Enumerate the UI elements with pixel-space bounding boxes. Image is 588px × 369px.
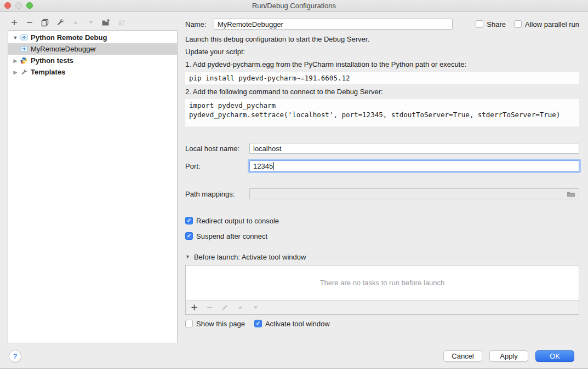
tree-item-label: Templates bbox=[31, 68, 65, 76]
cancel-button[interactable]: Cancel bbox=[443, 350, 482, 362]
sort-alphabetically-icon: a z bbox=[117, 18, 126, 27]
configurations-tree: ▼ Python Remote Debug bbox=[8, 30, 178, 343]
help-button[interactable]: ? bbox=[9, 350, 21, 362]
pip-install-code-block: pip install pydevd-pycharm~=191.6605.12 bbox=[185, 72, 579, 84]
run-debug-configurations-dialog: Run/Debug Configurations bbox=[0, 0, 588, 369]
intro-text: Launch this debug configuration to start… bbox=[185, 35, 579, 44]
dialog-buttons: Cancel Apply OK bbox=[185, 350, 574, 362]
dialog-body: a z ▼ Python Remote Debug bbox=[0, 12, 588, 368]
checkbox-unchecked-icon[interactable] bbox=[514, 20, 522, 28]
port-label: Port: bbox=[185, 162, 249, 170]
update-script-text: Update your script: bbox=[185, 48, 579, 56]
traffic-lights bbox=[4, 2, 33, 9]
minimize-button bbox=[15, 2, 22, 9]
name-input[interactable] bbox=[214, 19, 453, 30]
zoom-button[interactable] bbox=[26, 2, 33, 9]
new-folder-icon[interactable] bbox=[101, 18, 111, 27]
share-label: Share bbox=[487, 20, 506, 28]
share-checkbox[interactable]: Share bbox=[476, 20, 506, 28]
separator-line bbox=[311, 257, 579, 257]
title-bar: Run/Debug Configurations bbox=[0, 0, 588, 12]
expander-open-icon[interactable]: ▼ bbox=[12, 35, 19, 41]
tree-item-python-tests[interactable]: ▶ Python tests bbox=[8, 55, 177, 66]
help-area: ? bbox=[8, 343, 178, 368]
python-tests-icon bbox=[20, 57, 28, 65]
show-this-page-checkbox[interactable]: Show this page bbox=[185, 320, 245, 328]
tree-item-templates[interactable]: ▶ Templates bbox=[8, 66, 177, 78]
add-icon[interactable] bbox=[9, 18, 19, 27]
checkbox-unchecked-icon[interactable] bbox=[476, 20, 483, 28]
edit-defaults-wrench-icon[interactable] bbox=[55, 18, 65, 27]
add-task-icon[interactable] bbox=[190, 303, 199, 312]
left-pane: a z ▼ Python Remote Debug bbox=[8, 12, 178, 368]
before-launch-task-list: There are no tasks to run before launch bbox=[185, 265, 579, 315]
edit-task-pencil-icon bbox=[220, 303, 230, 312]
activate-tool-window-checkbox[interactable]: Activate tool window bbox=[254, 320, 330, 328]
path-mappings-label: Path mappings: bbox=[185, 190, 249, 198]
show-this-page-label: Show this page bbox=[196, 320, 245, 328]
svg-text:z: z bbox=[122, 22, 124, 26]
expander-closed-icon[interactable]: ▶ bbox=[12, 70, 19, 75]
path-mappings-input[interactable] bbox=[249, 188, 579, 199]
tree-item-myremotedebugger[interactable]: MyRemoteDebugger bbox=[8, 43, 177, 55]
close-button[interactable] bbox=[4, 2, 11, 9]
activate-tool-window-label: Activate tool window bbox=[265, 320, 330, 328]
allow-parallel-run-label: Allow parallel run bbox=[525, 20, 579, 28]
move-down-icon bbox=[86, 18, 95, 27]
remote-debug-config-icon bbox=[20, 45, 28, 53]
text-caret bbox=[273, 162, 274, 170]
templates-wrench-icon bbox=[20, 68, 28, 76]
remove-icon[interactable] bbox=[25, 18, 34, 27]
local-host-name-input[interactable] bbox=[249, 143, 579, 154]
port-input[interactable]: 12345 bbox=[249, 160, 579, 171]
task-list-toolbar bbox=[186, 301, 579, 314]
port-value: 12345 bbox=[253, 162, 273, 170]
expander-closed-icon[interactable]: ▶ bbox=[12, 58, 19, 64]
remove-task-icon bbox=[205, 303, 214, 312]
move-task-up-icon bbox=[236, 303, 245, 312]
move-up-icon bbox=[71, 18, 80, 27]
allow-parallel-run-checkbox[interactable]: Allow parallel run bbox=[514, 20, 579, 28]
folder-browse-icon[interactable] bbox=[567, 191, 575, 198]
name-label: Name: bbox=[185, 20, 214, 28]
checkbox-checked-icon[interactable] bbox=[254, 320, 262, 327]
tree-toolbar: a z bbox=[8, 12, 178, 30]
step1-text: 1. Add pydevd-pycharm.egg from the PyCha… bbox=[185, 60, 579, 69]
redirect-output-label: Redirect output to console bbox=[196, 217, 279, 225]
settrace-code-block: import pydevd_pycharm pydevd_pycharm.set… bbox=[185, 99, 579, 126]
checkbox-checked-icon[interactable] bbox=[185, 232, 193, 240]
tree-item-label: Python Remote Debug bbox=[31, 33, 107, 42]
code-line: pydevd_pycharm.settrace('localhost', por… bbox=[189, 110, 575, 119]
local-host-name-label: Local host name: bbox=[185, 145, 249, 153]
suspend-after-connect-label: Suspend after connect bbox=[196, 232, 267, 240]
ok-button[interactable]: OK bbox=[535, 350, 574, 362]
empty-tasks-message: There are no tasks to run before launch bbox=[186, 266, 579, 301]
before-launch-header[interactable]: ▼ Before launch: Activate tool window bbox=[185, 253, 579, 261]
before-launch-label: Before launch: Activate tool window bbox=[194, 253, 306, 261]
expander-open-icon[interactable]: ▼ bbox=[185, 254, 190, 260]
remote-debug-config-icon bbox=[20, 34, 28, 42]
move-task-down-icon bbox=[251, 303, 260, 312]
code-line: import pydevd_pycharm bbox=[189, 101, 575, 110]
configuration-form: Name: Share Allow parallel run Launch th… bbox=[178, 12, 588, 368]
redirect-output-checkbox[interactable]: Redirect output to console bbox=[185, 216, 579, 225]
tree-item-label: MyRemoteDebugger bbox=[31, 45, 96, 53]
window-title: Run/Debug Configurations bbox=[252, 2, 336, 10]
copy-icon[interactable] bbox=[40, 18, 49, 27]
svg-text:a: a bbox=[122, 19, 124, 22]
name-row-checkboxes: Share Allow parallel run bbox=[476, 20, 579, 28]
tree-item-python-remote-debug[interactable]: ▼ Python Remote Debug bbox=[8, 32, 177, 43]
checkbox-checked-icon[interactable] bbox=[185, 217, 193, 224]
suspend-after-connect-checkbox[interactable]: Suspend after connect bbox=[185, 232, 579, 240]
tree-item-label: Python tests bbox=[31, 56, 73, 65]
apply-button[interactable]: Apply bbox=[489, 350, 528, 362]
step2-text: 2. Add the following command to connect … bbox=[185, 88, 579, 96]
checkbox-unchecked-icon[interactable] bbox=[185, 320, 193, 327]
